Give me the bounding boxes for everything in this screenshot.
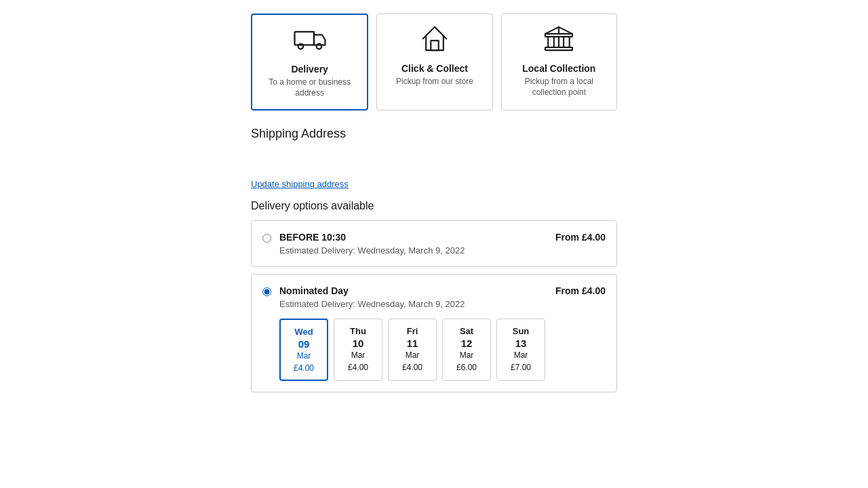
- date-month-3: Mar: [448, 350, 485, 360]
- method-title-local-collection: Local Collection: [522, 63, 595, 74]
- option-content-nominated-day: Nominated Day From £4.00 Estimated Deliv…: [279, 285, 606, 381]
- date-card-0[interactable]: Wed 09 Mar £4.00: [279, 319, 328, 381]
- date-price-3: £6.00: [448, 363, 485, 372]
- date-month-0: Mar: [286, 351, 321, 361]
- date-day-name-3: Sat: [448, 326, 485, 336]
- delivery-options-title: Delivery options available: [251, 200, 617, 212]
- option-estimate-nominated-day: Estimated Delivery: Wednesday, March 9, …: [279, 299, 606, 309]
- option-card-before-1030[interactable]: BEFORE 10:30 From £4.00 Estimated Delive…: [251, 220, 617, 267]
- option-content-before-1030: BEFORE 10:30 From £4.00 Estimated Delive…: [279, 232, 606, 256]
- bank-icon: [542, 25, 575, 56]
- method-subtitle-click-collect: Pickup from our store: [396, 77, 473, 87]
- date-card-4[interactable]: Sun 13 Mar £7.00: [496, 319, 545, 381]
- date-price-2: £4.00: [394, 363, 431, 372]
- option-card-nominated-day[interactable]: Nominated Day From £4.00 Estimated Deliv…: [251, 274, 617, 392]
- option-header-before-1030: BEFORE 10:30 From £4.00: [279, 232, 606, 243]
- date-month-2: Mar: [394, 350, 431, 360]
- date-day-name-0: Wed: [286, 327, 321, 337]
- date-day-num-1: 10: [340, 338, 376, 349]
- option-price-nominated-day: From £4.00: [555, 285, 606, 296]
- date-day-name-1: Thu: [340, 326, 376, 336]
- date-card-1[interactable]: Thu 10 Mar £4.00: [334, 319, 382, 381]
- date-price-0: £4.00: [286, 363, 321, 373]
- date-price-1: £4.00: [340, 363, 376, 372]
- date-selector: Wed 09 Mar £4.00 Thu 10 Mar £4.00 Fri 11…: [279, 319, 606, 381]
- home-icon: [418, 25, 451, 56]
- date-day-num-4: 13: [502, 338, 539, 349]
- date-month-4: Mar: [502, 350, 539, 360]
- method-card-delivery[interactable]: Delivery To a home or business address: [251, 14, 368, 110]
- date-day-num-3: 12: [448, 338, 485, 349]
- date-card-3[interactable]: Sat 12 Mar £6.00: [442, 319, 491, 381]
- svg-rect-0: [294, 32, 314, 45]
- update-shipping-address-link[interactable]: Update shipping address: [251, 179, 349, 189]
- option-header-nominated-day: Nominated Day From £4.00: [279, 285, 606, 296]
- date-day-num-2: 11: [394, 338, 431, 349]
- method-card-local-collection[interactable]: Local Collection Pickup from a local col…: [501, 14, 617, 110]
- method-card-click-collect[interactable]: Click & Collect Pickup from our store: [376, 14, 492, 110]
- method-subtitle-local-collection: Pickup from a local collection point: [510, 77, 608, 98]
- main-container: Delivery To a home or business address C…: [237, 7, 631, 481]
- option-estimate-before-1030: Estimated Delivery: Wednesday, March 9, …: [279, 245, 606, 256]
- date-card-2[interactable]: Fri 11 Mar £4.00: [388, 319, 437, 381]
- truck-icon: [294, 26, 326, 57]
- radio-nominated-day[interactable]: [262, 287, 271, 296]
- method-subtitle-delivery: To a home or business address: [260, 77, 359, 98]
- date-month-1: Mar: [340, 350, 376, 360]
- option-name-nominated-day: Nominated Day: [279, 285, 349, 296]
- date-day-num-0: 09: [286, 338, 321, 350]
- option-price-before-1030: From £4.00: [555, 232, 606, 243]
- method-title-delivery: Delivery: [291, 64, 328, 75]
- radio-before-1030[interactable]: [262, 234, 271, 243]
- date-price-4: £7.00: [502, 363, 539, 372]
- option-name-before-1030: BEFORE 10:30: [279, 232, 346, 243]
- shipping-address-title: Shipping Address: [251, 127, 617, 141]
- method-title-click-collect: Click & Collect: [401, 63, 468, 74]
- date-day-name-2: Fri: [394, 326, 431, 336]
- svg-rect-4: [431, 41, 438, 50]
- svg-point-3: [316, 44, 321, 49]
- svg-point-2: [298, 44, 303, 49]
- delivery-methods: Delivery To a home or business address C…: [251, 14, 617, 110]
- date-day-name-4: Sun: [502, 326, 539, 336]
